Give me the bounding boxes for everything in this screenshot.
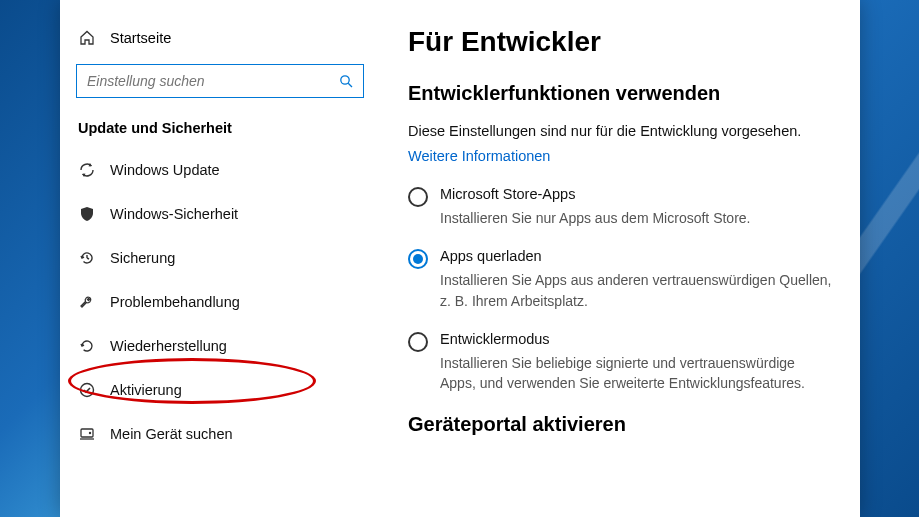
search-box[interactable] — [76, 64, 364, 98]
recovery-icon — [78, 337, 96, 355]
radio-label: Microsoft Store-Apps — [440, 186, 750, 202]
sidebar: Startseite Update und Sicherheit Windows… — [60, 0, 380, 517]
sidebar-item-label: Mein Gerät suchen — [110, 426, 233, 442]
wrench-icon — [78, 293, 96, 311]
radio-option-store-apps[interactable]: Microsoft Store-Apps Installieren Sie nu… — [408, 186, 832, 228]
radio-description: Installieren Sie Apps aus anderen vertra… — [440, 270, 832, 311]
sidebar-item-label: Windows Update — [110, 162, 220, 178]
settings-window: Startseite Update und Sicherheit Windows… — [60, 0, 860, 517]
radio-description: Installieren Sie nur Apps aus dem Micros… — [440, 208, 750, 228]
more-info-link[interactable]: Weitere Informationen — [408, 148, 550, 164]
developer-mode-radio-group: Microsoft Store-Apps Installieren Sie nu… — [408, 186, 832, 393]
location-icon — [78, 425, 96, 443]
page-title: Für Entwickler — [408, 26, 832, 58]
radio-option-developer-mode[interactable]: Entwicklermodus Installieren Sie beliebi… — [408, 331, 832, 394]
sidebar-section-title: Update und Sicherheit — [60, 114, 380, 148]
radio-icon — [408, 332, 428, 352]
sync-icon — [78, 161, 96, 179]
sidebar-item-label: Windows-Sicherheit — [110, 206, 238, 222]
sidebar-item-windows-update[interactable]: Windows Update — [60, 148, 380, 192]
home-button[interactable]: Startseite — [60, 20, 380, 64]
sidebar-item-find-device[interactable]: Mein Gerät suchen — [60, 412, 380, 456]
sidebar-item-recovery[interactable]: Wiederherstellung — [60, 324, 380, 368]
backup-icon — [78, 249, 96, 267]
sidebar-item-label: Aktivierung — [110, 382, 182, 398]
sidebar-item-windows-security[interactable]: Windows-Sicherheit — [60, 192, 380, 236]
shield-icon — [78, 205, 96, 223]
search-icon[interactable] — [335, 74, 357, 88]
search-input[interactable] — [87, 73, 335, 89]
sidebar-item-activation[interactable]: Aktivierung — [60, 368, 380, 412]
radio-icon — [408, 187, 428, 207]
check-circle-icon — [78, 381, 96, 399]
section-heading-device-portal: Geräteportal aktivieren — [408, 413, 832, 436]
section-description: Diese Einstellungen sind nur für die Ent… — [408, 123, 832, 139]
sidebar-item-troubleshoot[interactable]: Problembehandlung — [60, 280, 380, 324]
content-area: Für Entwickler Entwicklerfunktionen verw… — [380, 0, 860, 517]
radio-label: Apps querladen — [440, 248, 832, 264]
svg-line-3 — [87, 258, 89, 259]
svg-point-7 — [89, 432, 91, 434]
home-label: Startseite — [110, 30, 171, 46]
section-heading-developer-features: Entwicklerfunktionen verwenden — [408, 82, 832, 105]
radio-description: Installieren Sie beliebige signierte und… — [440, 353, 832, 394]
radio-icon — [408, 249, 428, 269]
home-icon — [78, 30, 96, 46]
sidebar-item-label: Wiederherstellung — [110, 338, 227, 354]
svg-point-0 — [341, 76, 349, 84]
svg-line-1 — [348, 83, 352, 87]
sidebar-item-backup[interactable]: Sicherung — [60, 236, 380, 280]
sidebar-item-label: Problembehandlung — [110, 294, 240, 310]
sidebar-item-label: Sicherung — [110, 250, 175, 266]
radio-option-sideload[interactable]: Apps querladen Installieren Sie Apps aus… — [408, 248, 832, 311]
radio-label: Entwicklermodus — [440, 331, 832, 347]
